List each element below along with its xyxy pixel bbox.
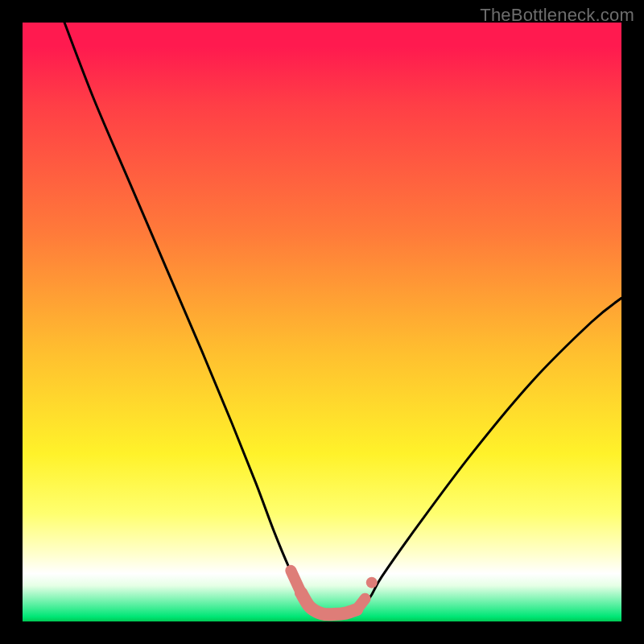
highlight-segment-mid bbox=[357, 599, 365, 609]
curve-overlay bbox=[23, 23, 621, 621]
watermark-text: TheBottleneck.com bbox=[480, 5, 634, 26]
highlight-segment-left bbox=[291, 571, 301, 593]
plot-area bbox=[23, 23, 621, 621]
bottleneck-curve bbox=[64, 23, 621, 614]
chart-frame: TheBottleneck.com bbox=[0, 0, 644, 644]
highlight-band bbox=[301, 592, 357, 614]
highlight-dot bbox=[366, 577, 378, 588]
